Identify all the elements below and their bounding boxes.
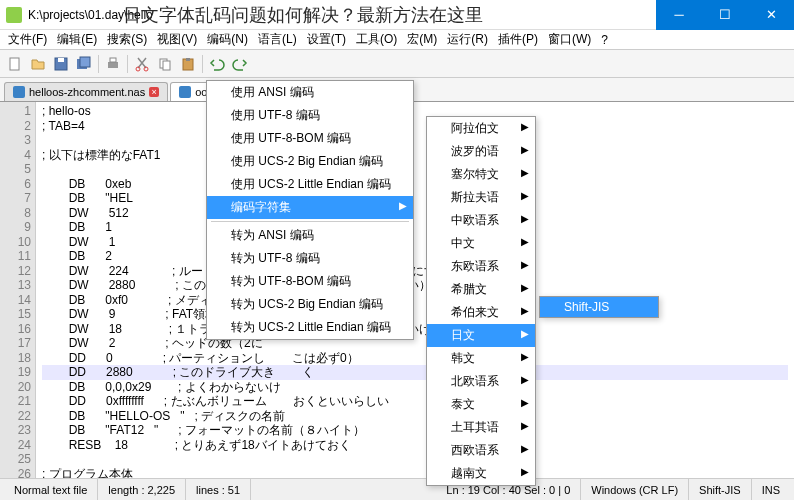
cut-icon[interactable] xyxy=(131,53,153,75)
titlebar: K:\projects\01.day\hello 日文字体乱码问题如何解决？最新… xyxy=(0,0,794,30)
copy-icon[interactable] xyxy=(154,53,176,75)
submenu-arrow-icon: ▶ xyxy=(521,374,529,385)
file-icon xyxy=(179,86,191,98)
menu-视图(V)[interactable]: 视图(V) xyxy=(153,30,201,49)
submenu-arrow-icon: ▶ xyxy=(521,236,529,247)
code-area[interactable]: ; hello-os; TAB=4; 以下は標準的なFAT1 DB 0xeb D… xyxy=(36,102,794,478)
menu-宏(M)[interactable]: 宏(M) xyxy=(403,30,441,49)
tab[interactable]: helloos-zhcomment.nas× xyxy=(4,82,168,101)
menu-编码(N)[interactable]: 编码(N) xyxy=(203,30,252,49)
menu-item[interactable]: 使用 ANSI 编码 xyxy=(207,81,413,104)
code-line[interactable]: DB 0,0,0x29 ; よくわからないけ xyxy=(42,380,788,395)
code-line[interactable]: DW 18 ; １トラックにいく か（18にしなければいけない） xyxy=(42,322,788,337)
code-line[interactable]: DB 0xeb xyxy=(42,177,788,192)
code-line[interactable]: ; hello-os xyxy=(42,104,788,119)
minimize-button[interactable]: ─ xyxy=(656,0,702,30)
status-length: length : 2,225 xyxy=(98,479,186,500)
print-icon[interactable] xyxy=(102,53,124,75)
tab-label: helloos-zhcomment.nas xyxy=(29,86,145,98)
menu-item[interactable]: 转为 ANSI 编码 xyxy=(207,224,413,247)
menu-item[interactable]: 塞尔特文▶ xyxy=(427,163,535,186)
menu-窗口(W)[interactable]: 窗口(W) xyxy=(544,30,595,49)
app-icon xyxy=(6,7,22,23)
menu-item[interactable]: 北欧语系▶ xyxy=(427,370,535,393)
menu-item[interactable]: 日文▶ xyxy=(427,324,535,347)
maximize-button[interactable]: ☐ xyxy=(702,0,748,30)
menu-运行(R)[interactable]: 运行(R) xyxy=(443,30,492,49)
code-line[interactable]: DW 2 ; ヘッドの数（2に xyxy=(42,336,788,351)
menu-item[interactable]: 波罗的语▶ xyxy=(427,140,535,163)
submenu-arrow-icon: ▶ xyxy=(521,121,529,132)
paste-icon[interactable] xyxy=(177,53,199,75)
code-line[interactable]: DW 224 ; ルートディレク （普通は224エントリにす xyxy=(42,264,788,279)
code-line[interactable]: DB 1 ばいけない） xyxy=(42,220,788,235)
menu-搜索(S)[interactable]: 搜索(S) xyxy=(103,30,151,49)
svg-rect-12 xyxy=(186,58,190,61)
menu-item[interactable]: 转为 UCS-2 Big Endian 编码 xyxy=(207,293,413,316)
menu-item[interactable]: 使用 UCS-2 Little Endian 编码 xyxy=(207,173,413,196)
code-line[interactable]: DD 0xffffffff ; たぶんボリューム おくといいらしい xyxy=(42,394,788,409)
menu-item[interactable]: 中欧语系▶ xyxy=(427,209,535,232)
code-line[interactable] xyxy=(42,162,788,177)
submenu-arrow-icon: ▶ xyxy=(399,200,407,211)
code-line[interactable]: DB "FAT12 " ; フォーマットの名前（８ハイト） xyxy=(42,423,788,438)
menu-item[interactable]: 东欧语系▶ xyxy=(427,255,535,278)
menu-item[interactable]: 转为 UTF-8 编码 xyxy=(207,247,413,270)
save-icon[interactable] xyxy=(50,53,72,75)
code-line[interactable]: DW 9 ; FAT領域の長さ xyxy=(42,307,788,322)
code-line[interactable] xyxy=(42,133,788,148)
code-line[interactable]: DB 2 セクタ目からにする） xyxy=(42,249,788,264)
menu-item[interactable]: 中文▶ xyxy=(427,232,535,255)
code-line[interactable]: DW 1 ければいけない） xyxy=(42,235,788,250)
code-line[interactable]: RESB 18 ; とりあえず18バイトあけておく xyxy=(42,438,788,453)
menu-编辑(E)[interactable]: 编辑(E) xyxy=(53,30,101,49)
menu-插件(P)[interactable]: 插件(P) xyxy=(494,30,542,49)
menu-设置(T)[interactable]: 设置(T) xyxy=(303,30,350,49)
menu-item[interactable]: 泰文▶ xyxy=(427,393,535,416)
code-line[interactable] xyxy=(42,452,788,467)
code-line[interactable]: DB 0xf0 ; メディアのタイ xyxy=(42,293,788,308)
svg-rect-6 xyxy=(110,58,116,62)
code-line[interactable]: DW 2880 ; このドライブの にしなければいけない） xyxy=(42,278,788,293)
menu-item[interactable]: 西欧语系▶ xyxy=(427,439,535,462)
menu-item[interactable]: 阿拉伯文▶ xyxy=(427,117,535,140)
menu-item[interactable]: 韩文▶ xyxy=(427,347,535,370)
tab-close-icon[interactable]: × xyxy=(149,87,159,97)
menu-item[interactable]: 转为 UTF-8-BOM 编码 xyxy=(207,270,413,293)
menu-语言(L)[interactable]: 语言(L) xyxy=(254,30,301,49)
menu-item[interactable]: 使用 UCS-2 Big Endian 编码 xyxy=(207,150,413,173)
code-line[interactable]: ; TAB=4 xyxy=(42,119,788,134)
code-line[interactable]: ; 以下は標準的なFAT1 xyxy=(42,148,788,163)
new-file-icon[interactable] xyxy=(4,53,26,75)
menu-item[interactable]: 越南文▶ xyxy=(427,462,535,485)
menu-item[interactable]: 希腊文▶ xyxy=(427,278,535,301)
menu-item[interactable]: 使用 UTF-8-BOM 编码 xyxy=(207,127,413,150)
open-file-icon[interactable] xyxy=(27,53,49,75)
menu-item[interactable]: 希伯来文▶ xyxy=(427,301,535,324)
undo-icon[interactable] xyxy=(206,53,228,75)
code-line[interactable]: DD 2880 ; このドライブ大き く xyxy=(42,365,788,380)
menu-文件(F)[interactable]: 文件(F) xyxy=(4,30,51,49)
menu-?[interactable]: ? xyxy=(597,32,612,48)
code-line[interactable]: DD 0 ; パーティションし こは必ず0） xyxy=(42,351,788,366)
save-all-icon[interactable] xyxy=(73,53,95,75)
menu-item[interactable]: 斯拉夫语▶ xyxy=(427,186,535,209)
code-line[interactable]: DW 512 てよい（８バイト） xyxy=(42,206,788,221)
close-button[interactable]: ✕ xyxy=(748,0,794,30)
submenu-arrow-icon: ▶ xyxy=(521,213,529,224)
redo-icon[interactable] xyxy=(229,53,251,75)
encoding-menu: 使用 ANSI 编码使用 UTF-8 编码使用 UTF-8-BOM 编码使用 U… xyxy=(206,80,414,340)
submenu-arrow-icon: ▶ xyxy=(521,144,529,155)
menu-item[interactable]: 编码字符集▶ xyxy=(207,196,413,219)
menu-item[interactable]: 土耳其语▶ xyxy=(427,416,535,439)
code-line[interactable]: DB "HEL xyxy=(42,191,788,206)
menu-item[interactable]: Shift-JIS xyxy=(540,297,658,317)
menu-工具(O)[interactable]: 工具(O) xyxy=(352,30,401,49)
code-line[interactable]: DB "HELLO-OS " ; ディスクの名前 xyxy=(42,409,788,424)
menu-item[interactable]: 转为 UCS-2 Little Endian 编码 xyxy=(207,316,413,339)
status-lines: lines : 51 xyxy=(186,479,251,500)
menu-item[interactable]: 使用 UTF-8 编码 xyxy=(207,104,413,127)
status-filetype: Normal text file xyxy=(4,479,98,500)
submenu-arrow-icon: ▶ xyxy=(521,351,529,362)
menubar: 文件(F)编辑(E)搜索(S)视图(V)编码(N)语言(L)设置(T)工具(O)… xyxy=(0,30,794,50)
